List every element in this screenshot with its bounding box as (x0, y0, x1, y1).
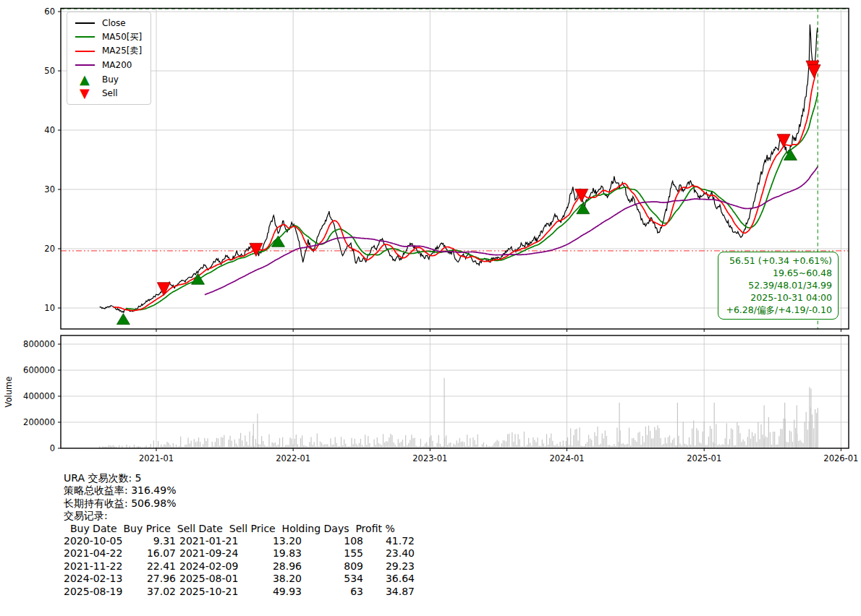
x-tick-label: 2022-01 (276, 453, 310, 463)
trade-cell: 36.64 (363, 573, 415, 585)
trade-cell: 2021-09-24 (179, 547, 253, 560)
trade-cell: 2025-08-19 (64, 586, 132, 598)
price-tick-label: 50 (44, 66, 55, 76)
buy-triangle-icon: ▲ (72, 74, 98, 85)
x-tick-label: 2023-01 (412, 453, 447, 463)
trade-cell: 38.20 (253, 573, 302, 585)
sell-marker (157, 283, 170, 296)
trade-cell: 9.31 (132, 535, 176, 547)
price-tick-label: 60 (44, 7, 55, 17)
trade-cell: 28.96 (253, 560, 302, 573)
legend-line-swatch (72, 22, 98, 24)
volume-panel-border (61, 335, 849, 448)
trade-cell: 2024-02-13 (64, 573, 132, 585)
legend-line-swatch (72, 64, 98, 66)
trade-cell: 27.96 (132, 573, 176, 585)
trade-cell: 22.41 (132, 560, 176, 573)
stat-strategy-return: 策略总收益率: 316.49% (64, 484, 415, 497)
annotation-line: 56.51 (+0.34 +0.61%) (726, 254, 832, 267)
annotation-line: +6.28/偏多/+4.19/-0.10 (726, 304, 832, 316)
trade-cell: 37.02 (132, 586, 176, 598)
stat-hold-return: 长期持有收益: 506.98% (64, 497, 415, 510)
price-annotation-box: 56.51 (+0.34 +0.61%)19.65~60.4852.39/48.… (718, 252, 839, 320)
legend-line-swatch (72, 36, 98, 38)
volume-axis-title: Volume (4, 377, 14, 408)
price-series (100, 25, 818, 312)
x-tick-label: 2026-01 (823, 453, 858, 463)
buy-marker (116, 314, 130, 325)
trade-cell: 34.87 (363, 586, 415, 598)
trade-cell: 809 (302, 560, 363, 573)
trade-cell: 49.93 (253, 586, 302, 598)
volume-tick-label: 600000 (23, 365, 55, 375)
sell-marker (807, 65, 820, 78)
trade-cell: 2020-10-05 (64, 535, 132, 547)
x-tick-label: 2024-01 (549, 453, 584, 463)
ma25-line (113, 60, 818, 311)
trade-cell: 108 (302, 535, 363, 547)
legend-item: ▲Buy (72, 72, 142, 87)
trade-row: 2021-11-2222.412024-02-0928.9680929.23 (64, 560, 415, 573)
trade-row: 2020-10-059.312021-01-2113.2010841.72 (64, 535, 415, 547)
volume-tick-label: 800000 (23, 339, 55, 349)
trade-cell: 2025-08-01 (179, 573, 253, 585)
trade-row: 2021-04-2216.072021-09-2419.8315523.40 (64, 547, 415, 560)
price-tick-label: 40 (44, 125, 55, 135)
trade-cell: 2021-01-21 (179, 535, 253, 547)
gridlines (61, 9, 849, 449)
chart-legend: CloseMA50[买]MA25[卖]MA200▲Buy▼Sell (67, 12, 151, 105)
trade-cell: 2021-04-22 (64, 547, 132, 560)
x-tick-label: 2021-01 (139, 453, 174, 463)
legend-label: MA200 (102, 60, 132, 70)
axis-ticks (58, 12, 841, 451)
sell-triangle-icon: ▼ (72, 88, 98, 98)
trade-cell: 29.23 (363, 560, 415, 573)
legend-line-swatch (72, 51, 98, 52)
stat-trades-title: 交易记录: (64, 510, 415, 522)
trade-cell: 19.83 (253, 547, 302, 560)
buy-marker (784, 149, 797, 160)
annotation-line: 52.39/48.01/34.99 (726, 279, 832, 291)
legend-label: Buy (102, 74, 119, 85)
trade-cell: 41.72 (363, 535, 415, 547)
x-tick-label: 2025-01 (687, 453, 721, 463)
legend-label: MA25[卖] (102, 45, 142, 57)
volume-tick-label: 400000 (23, 391, 55, 401)
trade-cell: 534 (302, 573, 363, 585)
trade-cell: 16.07 (132, 547, 176, 560)
legend-item: Close (72, 16, 142, 30)
volume-tick-label: 0 (50, 443, 55, 453)
reference-lines (61, 9, 849, 251)
legend-item: MA25[卖] (72, 44, 142, 59)
stat-trade-count: URA 交易次数: 5 (64, 472, 415, 484)
price-tick-label: 20 (44, 244, 55, 254)
trade-table: 2020-10-059.312021-01-2113.2010841.72202… (64, 535, 415, 598)
trade-table-header: Buy Date Buy Price Sell Date Sell Price … (64, 523, 415, 535)
legend-label: Close (102, 18, 126, 28)
legend-item: MA50[买] (72, 30, 142, 45)
legend-item: MA200 (72, 59, 142, 73)
trade-cell: 2024-02-09 (179, 560, 253, 573)
price-tick-label: 30 (44, 184, 55, 194)
price-tick-label: 10 (44, 303, 55, 313)
legend-item: ▼Sell (72, 87, 142, 101)
annotation-line: 2025-10-31 04:00 (726, 291, 832, 304)
trade-cell: 13.20 (253, 535, 302, 547)
annotation-line: 19.65~60.48 (726, 267, 832, 279)
trade-cell: 2021-11-22 (64, 560, 132, 573)
trade-cell: 63 (302, 586, 363, 598)
legend-label: MA50[买] (102, 31, 142, 43)
strategy-figure: 1020304050600200000400000600000800000202… (0, 0, 861, 616)
trade-row: 2024-02-1327.962025-08-0138.2053436.64 (64, 573, 415, 585)
volume-bars (100, 378, 818, 448)
volume-tick-label: 200000 (23, 417, 55, 427)
legend-label: Sell (102, 88, 118, 98)
trade-cell: 2025-10-21 (179, 586, 253, 598)
trade-cell: 23.40 (363, 547, 415, 560)
strategy-stats: URA 交易次数: 5 策略总收益率: 316.49% 长期持有收益: 506.… (64, 472, 415, 598)
trade-row: 2025-08-1937.022025-10-2149.936334.87 (64, 586, 415, 598)
trade-cell: 155 (302, 547, 363, 560)
